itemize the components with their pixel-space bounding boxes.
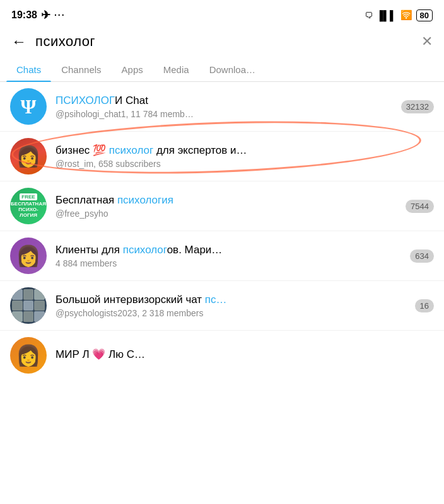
item-content-2: бизнес 💯 психолог для экспертов и… @rost… bbox=[56, 144, 434, 169]
tabs-bar: Chats Channels Apps Media Downloa… bbox=[0, 58, 444, 82]
title-suffix-4: ов. Мари… bbox=[167, 244, 223, 256]
battery-value: 80 bbox=[420, 11, 429, 20]
highlight-text: ПСИХОЛОГ bbox=[56, 94, 115, 106]
tab-media[interactable]: Media bbox=[153, 58, 199, 81]
highlight-text-5: пс… bbox=[205, 294, 227, 306]
more-icon: ··· bbox=[54, 10, 66, 20]
back-button[interactable]: ← bbox=[11, 33, 26, 50]
status-icons: 🗨 ▐▌▌ 🛜 80 bbox=[365, 9, 433, 21]
result-item-5[interactable]: Большой интервизорский чат пс… @psycholo… bbox=[0, 281, 444, 331]
clear-search-button[interactable]: ✕ bbox=[421, 33, 433, 50]
item-subtitle-2: @rost_im, 658 subscribers bbox=[56, 159, 434, 169]
item-subtitle-5: @psychologists2023, 2 318 members bbox=[56, 308, 409, 318]
item-content-3: Бесплатная психология @free_psyho bbox=[56, 194, 399, 219]
title-prefix-3: Бесплатная bbox=[56, 194, 117, 206]
avatar-1: Ψ bbox=[10, 88, 47, 125]
status-bar: 19:38 ✈ ··· 🗨 ▐▌▌ 🛜 80 bbox=[0, 0, 444, 28]
item-title-3: Бесплатная психология bbox=[56, 194, 399, 207]
result-item-1[interactable]: Ψ ПСИХОЛОГИ Chat @psihologi_chat1, 11 78… bbox=[0, 82, 444, 132]
title-suffix: для экспертов и… bbox=[153, 144, 247, 156]
title-prefix-4: Клиенты для bbox=[56, 244, 123, 256]
item-subtitle-4: 4 884 members bbox=[56, 258, 404, 268]
woman-silhouette-2: 👩 bbox=[10, 238, 47, 274]
avatar-5 bbox=[10, 287, 47, 324]
item-subtitle-3: @free_psyho bbox=[56, 209, 399, 219]
result-item-3[interactable]: FREE БЕСПЛАТНАЯПСИХО-ЛОГИЯ Бесплатная пс… bbox=[0, 181, 444, 231]
result-item-2[interactable]: 👩 бизнес 💯 психолог для экспертов и… @ro… bbox=[0, 132, 444, 181]
title-prefix: бизнес 💯 bbox=[56, 144, 109, 156]
item-title-2: бизнес 💯 психолог для экспертов и… bbox=[56, 144, 434, 157]
avatar-2: 👩 bbox=[10, 138, 47, 175]
tab-downloads[interactable]: Downloa… bbox=[199, 58, 266, 81]
search-header: ← психолог ✕ bbox=[0, 28, 444, 58]
avatar-6: 👩 bbox=[10, 337, 47, 374]
psi-symbol: Ψ bbox=[21, 95, 37, 118]
avatar-4: 👩 bbox=[10, 238, 47, 274]
badge-3: 7544 bbox=[406, 200, 434, 213]
free-label: FREE bbox=[20, 193, 37, 200]
item-content-6: МИР Л 💗 Лю С… bbox=[56, 348, 434, 363]
search-query: психолог bbox=[35, 33, 412, 50]
result-item-4[interactable]: 👩 Клиенты для психологов. Мари… 4 884 me… bbox=[0, 231, 444, 281]
item-title-1: ПСИХОЛОГИ Chat bbox=[56, 94, 395, 107]
badge-5: 16 bbox=[415, 299, 434, 312]
status-time: 19:38 ✈ ··· bbox=[11, 8, 66, 22]
tab-channels[interactable]: Channels bbox=[51, 58, 111, 81]
title-rest: И Chat bbox=[115, 94, 148, 106]
search-results: Ψ ПСИХОЛОГИ Chat @psihologi_chat1, 11 78… bbox=[0, 82, 444, 380]
woman-silhouette-3: 👩 bbox=[10, 337, 47, 374]
avatar-3: FREE БЕСПЛАТНАЯПСИХО-ЛОГИЯ bbox=[10, 188, 47, 224]
badge-4: 634 bbox=[410, 249, 434, 263]
highlight-text-2: психолог bbox=[109, 144, 153, 156]
tab-chats[interactable]: Chats bbox=[6, 58, 51, 81]
group-grid bbox=[10, 287, 47, 324]
wifi-icon: 🛜 bbox=[400, 9, 412, 21]
signal-icon: ▐▌▌ bbox=[377, 10, 397, 21]
telegram-icon: ✈ bbox=[41, 8, 50, 22]
title-text-6: МИР Л 💗 Лю С… bbox=[56, 348, 145, 360]
woman-silhouette-1: 👩 bbox=[10, 138, 47, 175]
item-title-4: Клиенты для психологов. Мари… bbox=[56, 244, 404, 256]
message-icon: 🗨 bbox=[365, 11, 373, 20]
item-content-4: Клиенты для психологов. Мари… 4 884 memb… bbox=[56, 244, 404, 268]
badge-1: 32132 bbox=[401, 100, 434, 113]
item-title-6: МИР Л 💗 Лю С… bbox=[56, 348, 434, 361]
highlight-text-3: психология bbox=[117, 194, 173, 206]
highlight-text-4: психолог bbox=[123, 244, 167, 256]
item-content-5: Большой интервизорский чат пс… @psycholo… bbox=[56, 294, 409, 318]
tab-apps[interactable]: Apps bbox=[112, 58, 153, 81]
item-title-5: Большой интервизорский чат пс… bbox=[56, 294, 409, 306]
battery-display: 80 bbox=[416, 9, 433, 21]
title-prefix-5: Большой интервизорский чат bbox=[56, 294, 205, 306]
item-subtitle-1: @psihologi_chat1, 11 784 memb… bbox=[56, 109, 395, 119]
item-content-1: ПСИХОЛОГИ Chat @psihologi_chat1, 11 784 … bbox=[56, 94, 395, 119]
time-display: 19:38 bbox=[11, 9, 37, 21]
brain-text: БЕСПЛАТНАЯПСИХО-ЛОГИЯ bbox=[11, 202, 46, 218]
result-item-6[interactable]: 👩 МИР Л 💗 Лю С… bbox=[0, 331, 444, 380]
